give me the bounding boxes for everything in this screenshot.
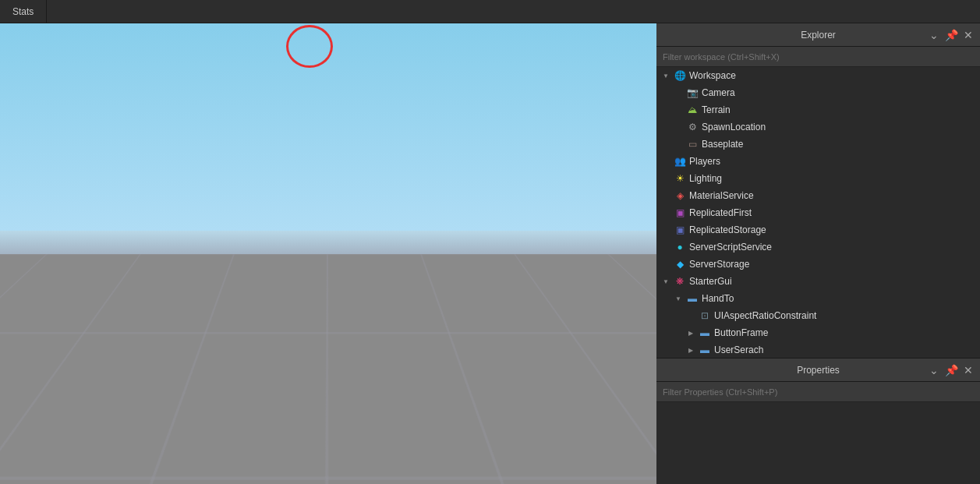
explorer-filter-bar <box>656 47 980 67</box>
expand-btn-userserach[interactable]: ▶ <box>685 344 697 356</box>
tree-item-uiaspect[interactable]: ⊡UIAspectRatioConstraint <box>656 307 980 324</box>
expand-btn-baseplate <box>672 138 685 150</box>
item-icon-uiaspect: ⊡ <box>699 309 711 322</box>
item-label-terrain: Terrain <box>702 104 731 115</box>
item-label-handto: HandTo <box>702 293 734 304</box>
item-label-workspace: Workspace <box>689 70 736 81</box>
item-icon-replicatedfirst: ▣ <box>674 207 686 219</box>
ground <box>0 254 656 485</box>
explorer-dropdown-btn[interactable]: ⌄ <box>927 28 941 42</box>
item-label-replicatedstorage: ReplicatedStorage <box>689 224 766 235</box>
item-icon-terrain: ⛰ <box>686 104 699 116</box>
item-label-replicatedfirst: ReplicatedFirst <box>689 207 752 218</box>
tree-item-replicatedstorage[interactable]: ▣ReplicatedStorage <box>656 221 980 238</box>
item-icon-lighting: ☀ <box>674 172 686 185</box>
properties-header: Properties ⌄ 📌 ✕ <box>656 359 980 382</box>
properties-dropdown-btn[interactable]: ⌄ <box>927 363 941 377</box>
expand-btn-players <box>660 155 672 168</box>
properties-actions: ⌄ 📌 ✕ <box>927 363 975 377</box>
expand-btn-terrain <box>672 104 685 116</box>
item-icon-handto: ▬ <box>686 292 699 305</box>
item-label-startergui: StarterGui <box>689 276 732 287</box>
item-icon-baseplate: ▭ <box>686 138 699 150</box>
item-label-materialservice: MaterialService <box>689 190 754 201</box>
item-icon-buttonframe: ▬ <box>699 327 711 339</box>
tree-item-spawnlocation[interactable]: ⚙SpawnLocation <box>656 118 980 136</box>
tree-item-serverstorage[interactable]: ◆ServerStorage <box>656 256 980 273</box>
tree-item-materialservice[interactable]: ◈MaterialService <box>656 187 980 204</box>
item-icon-camera: 📷 <box>686 87 699 99</box>
item-icon-userserach: ▬ <box>699 344 711 356</box>
tree-item-userserach[interactable]: ▶▬UserSerach <box>656 341 980 358</box>
right-panel: Explorer ⌄ 📌 ✕ ▼🌐Workspace📷Camera⛰Terrai… <box>656 23 980 484</box>
explorer-tree[interactable]: ▼🌐Workspace📷Camera⛰Terrain⚙SpawnLocation… <box>656 67 980 358</box>
properties-close-btn[interactable]: ✕ <box>961 363 975 377</box>
item-label-camera: Camera <box>702 87 735 98</box>
tree-item-lighting[interactable]: ☀Lighting <box>656 170 980 187</box>
stats-tab[interactable]: Stats <box>0 0 47 23</box>
item-icon-materialservice: ◈ <box>674 189 686 202</box>
tree-item-buttonframe[interactable]: ▶▬ButtonFrame <box>656 324 980 341</box>
item-icon-spawnlocation: ⚙ <box>686 121 699 133</box>
properties-title: Properties <box>797 365 840 376</box>
tree-item-serverscriptservice[interactable]: ●ServerScriptService <box>656 238 980 256</box>
expand-btn-handto[interactable]: ▼ <box>672 292 685 305</box>
explorer-panel: Explorer ⌄ 📌 ✕ ▼🌐Workspace📷Camera⛰Terrai… <box>656 23 980 359</box>
item-icon-players: 👥 <box>674 155 686 168</box>
tree-item-replicatedfirst[interactable]: ▣ReplicatedFirst <box>656 204 980 221</box>
tree-item-terrain[interactable]: ⛰Terrain <box>656 101 980 118</box>
tree-item-baseplate[interactable]: ▭Baseplate <box>656 136 980 153</box>
expand-btn-startergui[interactable]: ▼ <box>660 275 672 288</box>
expand-btn-camera <box>672 87 685 99</box>
explorer-actions: ⌄ 📌 ✕ <box>927 28 975 42</box>
item-icon-workspace: 🌐 <box>674 69 686 82</box>
properties-filter-input[interactable] <box>663 387 974 397</box>
properties-panel: Properties ⌄ 📌 ✕ <box>656 359 980 484</box>
explorer-title: Explorer <box>801 30 836 41</box>
item-icon-startergui: ❋ <box>674 275 686 288</box>
expand-btn-uiaspect <box>685 309 697 322</box>
properties-filter-bar <box>656 382 980 402</box>
item-icon-replicatedstorage: ▣ <box>674 224 686 236</box>
item-label-serverstorage: ServerStorage <box>689 259 749 270</box>
expand-btn-materialservice <box>660 189 672 202</box>
expand-btn-workspace[interactable]: ▼ <box>660 69 672 82</box>
expand-btn-spawnlocation <box>672 121 685 133</box>
item-icon-serverscriptservice: ● <box>674 241 686 253</box>
item-label-uiaspect: UIAspectRatioConstraint <box>714 310 816 321</box>
tree-item-players[interactable]: 👥Players <box>656 153 980 170</box>
tree-item-workspace[interactable]: ▼🌐Workspace <box>656 67 980 84</box>
item-label-players: Players <box>689 156 720 167</box>
top-bar: Stats <box>0 0 980 23</box>
expand-btn-serverstorage <box>660 258 672 270</box>
tree-item-camera[interactable]: 📷Camera <box>656 84 980 101</box>
item-label-spawnlocation: SpawnLocation <box>702 122 766 132</box>
expand-btn-replicatedstorage <box>660 224 672 236</box>
properties-body <box>656 402 980 484</box>
explorer-pin-btn[interactable]: 📌 <box>944 28 958 42</box>
properties-pin-btn[interactable]: 📌 <box>944 363 958 377</box>
item-label-serverscriptservice: ServerScriptService <box>689 242 772 253</box>
main-area: Explorer ⌄ 📌 ✕ ▼🌐Workspace📷Camera⛰Terrai… <box>0 23 980 484</box>
item-label-buttonframe: ButtonFrame <box>714 327 768 338</box>
explorer-close-btn[interactable]: ✕ <box>961 28 975 42</box>
explorer-header: Explorer ⌄ 📌 ✕ <box>656 23 980 47</box>
expand-btn-buttonframe[interactable]: ▶ <box>685 327 697 339</box>
tree-item-handto[interactable]: ▼▬HandTo <box>656 290 980 307</box>
item-label-lighting: Lighting <box>689 173 722 184</box>
expand-btn-replicatedfirst <box>660 207 672 219</box>
expand-btn-serverscriptservice <box>660 241 672 253</box>
item-label-baseplate: Baseplate <box>702 139 743 150</box>
explorer-filter-input[interactable] <box>663 52 974 62</box>
viewport[interactable] <box>0 23 656 484</box>
item-label-userserach: UserSerach <box>714 344 763 355</box>
expand-btn-lighting <box>660 172 672 185</box>
tree-item-startergui[interactable]: ▼❋StarterGui <box>656 273 980 290</box>
item-icon-serverstorage: ◆ <box>674 258 686 270</box>
